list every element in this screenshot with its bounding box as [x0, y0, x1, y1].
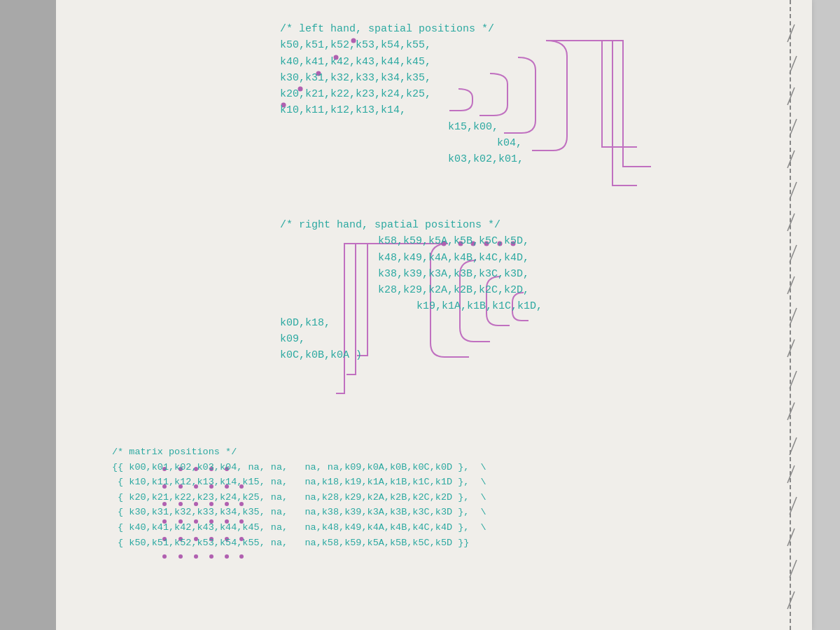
svg-line-2 [788, 88, 794, 105]
left-hand-comment: /* left hand, spatial positions */ [280, 21, 524, 37]
left-hand-line-3: k30,k31,k32,k33,k34,k35, [280, 70, 524, 86]
svg-line-10 [788, 340, 794, 357]
svg-point-61 [194, 554, 198, 559]
left-hand-line-7: k04, [280, 135, 524, 151]
svg-line-12 [788, 402, 794, 420]
left-hand-line-6: k15,k00, [280, 119, 524, 135]
right-hand-line-6: k0D,k18, [280, 315, 542, 331]
right-hand-section: /* right hand, spatial positions */ k58,… [280, 217, 542, 363]
left-hand-line-4: k20,k21,k22,k23,k24,k25, [280, 86, 524, 102]
svg-point-63 [225, 554, 229, 559]
svg-line-4 [788, 150, 794, 168]
matrix-comment: /* matrix positions */ [112, 444, 486, 460]
left-hand-line-8: k03,k02,k01, [280, 151, 524, 167]
svg-point-62 [209, 554, 214, 559]
left-margin [0, 0, 56, 630]
margin-line [790, 0, 791, 630]
right-hand-line-8: k0C,k0B,k0A ) [280, 347, 542, 363]
matrix-line-4: { k30,k31,k32,k33,k34,k35, na, na,k38,k3… [112, 505, 486, 520]
matrix-line-2: { k10,k11,k12,k13,k14,k15, na, na,k18,k1… [112, 475, 486, 490]
right-hand-line-3: k38,k39,k3A,k3B,k3C,k3D, [280, 266, 542, 282]
svg-line-14 [788, 465, 794, 483]
svg-line-0 [788, 24, 794, 42]
svg-point-60 [178, 554, 183, 559]
document-page: /* left hand, spatial positions */ k50,k… [56, 0, 812, 630]
right-hand-comment: /* right hand, spatial positions */ [280, 217, 542, 233]
left-hand-line-1: k50,k51,k52,k53,k54,k55, [280, 37, 524, 53]
left-hand-section: /* left hand, spatial positions */ k50,k… [280, 21, 524, 167]
svg-point-59 [162, 554, 167, 559]
matrix-section: /* matrix positions */ {{ k00,k01,k02,k0… [112, 444, 486, 550]
svg-line-8 [788, 276, 794, 294]
svg-line-6 [788, 214, 794, 231]
svg-line-16 [788, 528, 794, 546]
matrix-line-5: { k40,k41,k42,k43,k44,k45, na, na,k48,k4… [112, 520, 486, 536]
right-hand-line-5: k19,k1A,k1B,k1C,k1D, [280, 298, 542, 314]
svg-point-64 [239, 554, 244, 559]
matrix-line-6: { k50,k51,k52,k53,k54,k55, na, na,k58,k5… [112, 536, 486, 551]
right-hand-line-1: k58,k59,k5A,k5B,k5C,k5D, [280, 233, 542, 249]
matrix-line-1: {{ k00,k01,k02,k03,k04, na, na, na, na,k… [112, 460, 486, 475]
right-hand-line-4: k28,k29,k2A,k2B,k2C,k2D, [280, 282, 542, 298]
right-hand-line-2: k48,k49,k4A,k4B,k4C,k4D, [280, 250, 542, 266]
left-hand-line-5: k10,k11,k12,k13,k14, [280, 102, 524, 118]
svg-line-18 [788, 592, 794, 609]
matrix-line-3: { k20,k21,k22,k23,k24,k25, na, na,k28,k2… [112, 490, 486, 505]
right-hand-line-7: k09, [280, 331, 542, 347]
left-hand-line-2: k40,k41,k42,k43,k44,k45, [280, 54, 524, 70]
